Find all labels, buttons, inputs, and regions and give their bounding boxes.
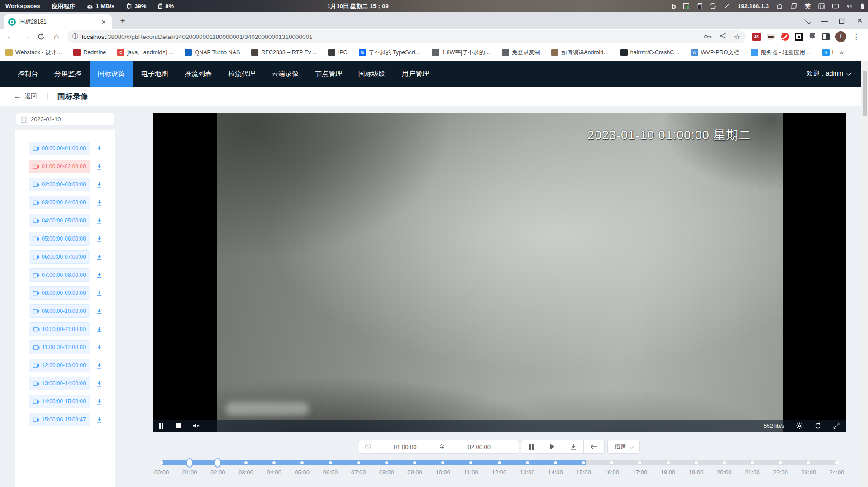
browser-forward-button[interactable]: → [19, 32, 33, 41]
applications-button[interactable]: 应用程序 [52, 2, 75, 10]
bookmarks-overflow-icon[interactable]: » [839, 48, 844, 57]
extension-blocker-icon[interactable] [781, 33, 789, 41]
download-button[interactable] [563, 440, 584, 454]
date-picker-input[interactable]: 2023-01-10 [16, 113, 114, 125]
segment-button[interactable]: 05:00:00-06:00:00 [29, 232, 90, 246]
player-fullscreen-icon[interactable] [833, 422, 840, 429]
range-start-value[interactable]: 01:00:00 [371, 444, 439, 450]
nav-item[interactable]: 电子地图 [133, 61, 176, 87]
player-settings-icon[interactable] [796, 422, 803, 429]
window-menu-icon[interactable] [803, 19, 811, 23]
display-icon[interactable] [832, 4, 839, 9]
bookmark-star-icon[interactable]: ☆ [734, 33, 740, 41]
browser-tab[interactable]: 国标28181 ✕ [4, 14, 112, 29]
browser-reload-button[interactable] [34, 33, 48, 40]
tab-close-icon[interactable]: ✕ [100, 18, 108, 26]
segment-button[interactable]: 13:00:00-14:00:00 [29, 377, 90, 390]
bookmark-item[interactable]: 服务器 - 轻量应用… [751, 49, 811, 57]
browser-menu-icon[interactable]: ⋮ [852, 32, 860, 42]
bookmark-item[interactable]: IPC [328, 49, 348, 56]
segment-button[interactable]: 14:00:00-15:00:00 [29, 395, 90, 408]
segment-button[interactable]: 02:00:00-03:00:00 [29, 178, 90, 191]
extension-frame-icon[interactable] [795, 33, 803, 41]
screenshot-icon[interactable] [683, 3, 689, 9]
site-info-icon[interactable]: ⓘ [72, 33, 78, 41]
segment-download-icon[interactable] [96, 416, 103, 423]
bookmark-item[interactable]: 知 了不起的 TypeScri… [359, 49, 421, 57]
back-button[interactable]: 返回 [24, 92, 37, 100]
timeline-handle[interactable] [214, 458, 221, 468]
extension-incognito-icon[interactable] [767, 34, 775, 40]
bookmark-item[interactable]: 1.8W字|了不起的… [432, 49, 490, 57]
nav-item[interactable]: 云端录像 [263, 61, 307, 87]
segment-button[interactable]: 12:00:00-13:00:00 [29, 359, 90, 372]
clipboard-icon[interactable] [697, 3, 702, 9]
segment-button[interactable]: 08:00:00-09:00:00 [29, 286, 90, 300]
segment-download-icon[interactable] [96, 236, 103, 242]
workspaces-button[interactable]: Workspaces [5, 3, 40, 9]
home-icon[interactable] [777, 3, 783, 9]
segment-button[interactable]: 06:00:00-07:00:00 [29, 250, 90, 264]
segment-download-icon[interactable] [96, 398, 103, 405]
browser-home-button[interactable]: ⌂ [50, 32, 63, 42]
back-arrow-icon[interactable]: ← [14, 92, 21, 101]
segment-download-icon[interactable] [96, 145, 103, 152]
window-close-button[interactable]: ✕ [856, 16, 863, 25]
video-player[interactable]: 2023-01-10 01:00:00 星期二 552 kb/s [153, 113, 846, 432]
nav-item[interactable]: 分屏监控 [46, 61, 90, 87]
segment-button[interactable]: 00:00:00-01:00:00 [29, 142, 90, 155]
segment-download-icon[interactable] [96, 344, 103, 351]
share-icon[interactable] [720, 33, 726, 41]
phone-link-icon[interactable] [818, 3, 825, 9]
segment-download-icon[interactable] [96, 362, 103, 369]
url-bar[interactable]: ⓘ localhost:38080/#/gbRecordDetail/34020… [67, 30, 746, 43]
extensions-puzzle-icon[interactable] [809, 32, 816, 41]
window-restore-button[interactable] [839, 18, 846, 24]
new-tab-button[interactable]: + [117, 15, 129, 27]
page-scrollbar[interactable] [861, 61, 868, 487]
time-range-input[interactable]: 01:00:00 至 02:00:00 [359, 440, 519, 454]
segment-button[interactable]: 03:00:00-04:00:00 [29, 196, 90, 209]
segment-button[interactable]: 04:00:00-05:00:00 [29, 214, 90, 227]
bookmark-item[interactable]: hairrrrr/C-CrashC… [620, 49, 680, 56]
scrollbar-thumb[interactable] [863, 71, 867, 116]
ip-indicator[interactable]: 192.168.1.3 [738, 3, 769, 9]
nav-item[interactable]: 国标级联 [350, 61, 394, 87]
battery-icon[interactable] [860, 3, 864, 9]
timeline-slider[interactable]: 00:0001:0002:0003:0004:0005:0006:0007:00… [162, 460, 837, 465]
bookmark-item[interactable]: 如何编译Android… [551, 49, 609, 57]
volume-muted-icon[interactable] [846, 4, 853, 9]
player-pause-icon[interactable] [159, 423, 163, 429]
segment-button[interactable]: 10:00:00-11:00:00 [29, 322, 90, 336]
segment-download-icon[interactable] [96, 254, 103, 260]
nav-item[interactable]: 控制台 [10, 61, 46, 87]
bookmark-item[interactable]: C java、android可… [117, 49, 173, 57]
segment-download-icon[interactable] [96, 290, 103, 297]
segment-download-icon[interactable] [96, 380, 103, 387]
nav-item[interactable]: 国标设备 [90, 61, 133, 87]
segment-download-icon[interactable] [96, 163, 103, 170]
bookmark-item[interactable]: QNAP Turbo NAS [185, 49, 240, 56]
segment-button[interactable]: 07:00:00-08:00:00 [29, 268, 90, 282]
window-minimize-button[interactable]: — [821, 17, 828, 24]
segment-download-icon[interactable] [96, 217, 103, 224]
bookmark-item[interactable]: 免登录复制 [502, 49, 540, 57]
nav-item[interactable]: 拉流代理 [220, 61, 263, 87]
bookmark-item[interactable]: RFC2833 – RTP Ev… [251, 49, 317, 56]
tool-icon[interactable] [724, 3, 730, 9]
segment-download-icon[interactable] [96, 199, 103, 206]
timeline-handle[interactable] [186, 458, 193, 468]
segment-download-icon[interactable] [96, 181, 103, 188]
seek-back-button[interactable] [583, 440, 605, 454]
segment-button[interactable]: 01:00:00-02:00:00 [29, 160, 90, 173]
segment-button[interactable]: 15:00:00-15:09:47 [29, 413, 90, 426]
extension-js-icon[interactable]: JS [752, 33, 761, 41]
pause-button[interactable] [521, 440, 542, 454]
player-mute-icon[interactable] [193, 423, 200, 429]
segment-download-icon[interactable] [96, 272, 103, 279]
bing-icon[interactable]: b [672, 2, 676, 10]
url-text[interactable]: localhost:38080/#/gbRecordDetail/3402000… [82, 33, 700, 40]
segment-button[interactable]: 11:00:00-12:00:00 [29, 340, 90, 354]
input-method-indicator[interactable]: 英 [805, 2, 811, 10]
speed-dropdown[interactable]: 倍速 [607, 440, 640, 454]
